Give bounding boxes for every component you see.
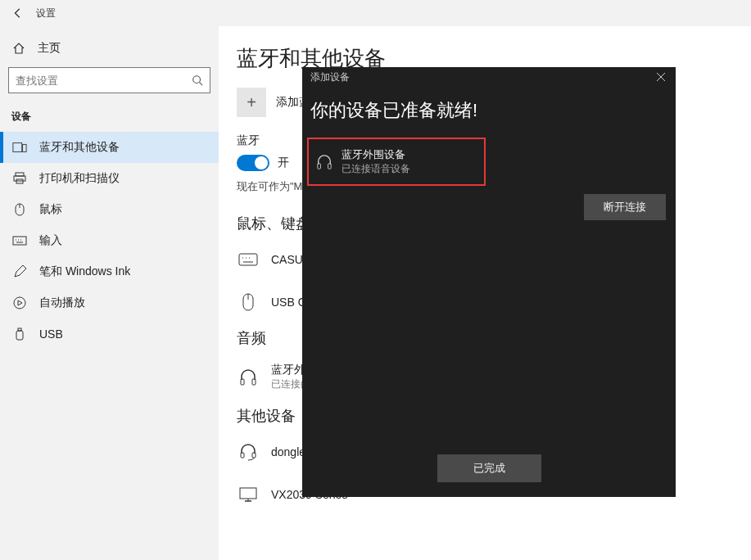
svg-line-1 bbox=[200, 83, 203, 86]
bluetooth-toggle[interactable] bbox=[237, 155, 269, 171]
sidebar-item-typing[interactable]: 输入 bbox=[0, 225, 219, 256]
toggle-state: 开 bbox=[278, 156, 289, 170]
search-icon[interactable] bbox=[189, 72, 206, 88]
svg-rect-4 bbox=[16, 173, 24, 176]
svg-rect-34 bbox=[328, 163, 332, 168]
titlebar: 设置 bbox=[0, 0, 751, 26]
paired-device-status: 已连接语音设备 bbox=[342, 162, 410, 176]
svg-rect-9 bbox=[13, 237, 26, 245]
keyboard-icon bbox=[11, 233, 28, 249]
mouse-icon bbox=[237, 291, 260, 314]
window-title: 设置 bbox=[36, 7, 56, 20]
home-icon bbox=[11, 41, 26, 56]
dialog-title: 你的设备已准备就绪! bbox=[302, 87, 676, 138]
svg-rect-24 bbox=[241, 379, 244, 385]
pen-icon bbox=[11, 264, 28, 280]
dialog-header-title: 添加设备 bbox=[310, 70, 350, 84]
paired-device-card[interactable]: 蓝牙外围设备 已连接语音设备 bbox=[307, 138, 486, 186]
add-device-dialog: 添加设备 你的设备已准备就绪! 蓝牙外围设备 已连接语音设备 断开连接 已完成 bbox=[302, 67, 676, 497]
close-button[interactable] bbox=[653, 69, 669, 85]
svg-rect-28 bbox=[240, 488, 256, 499]
keyboard-icon bbox=[237, 248, 260, 271]
devices-icon bbox=[11, 139, 28, 156]
device-name: dongle bbox=[271, 445, 305, 458]
sidebar-item-label: 鼠标 bbox=[39, 202, 62, 217]
sidebar-item-label: 打印机和扫描仪 bbox=[39, 171, 120, 186]
svg-point-0 bbox=[193, 76, 201, 84]
dialog-header: 添加设备 bbox=[302, 67, 676, 87]
usb-icon bbox=[11, 326, 28, 342]
home-label: 主页 bbox=[38, 41, 61, 56]
sidebar-item-label: USB bbox=[39, 327, 63, 341]
svg-rect-17 bbox=[239, 254, 257, 265]
headset-icon bbox=[237, 440, 260, 463]
sidebar-item-mouse[interactable]: 鼠标 bbox=[0, 194, 219, 225]
svg-rect-5 bbox=[14, 176, 25, 181]
sidebar: 主页 设备 蓝牙和其他设备 打印机和扫描仪 鼠标 输入 笔和 Windows I bbox=[0, 26, 219, 560]
svg-rect-2 bbox=[13, 143, 22, 152]
plus-icon: + bbox=[237, 88, 266, 117]
autoplay-icon bbox=[11, 295, 28, 311]
svg-point-14 bbox=[14, 297, 25, 309]
headphones-icon bbox=[237, 366, 260, 389]
mouse-icon bbox=[11, 201, 28, 218]
paired-device-name: 蓝牙外围设备 bbox=[342, 147, 410, 162]
done-button[interactable]: 已完成 bbox=[437, 454, 541, 482]
headphones-icon bbox=[315, 153, 333, 171]
svg-rect-3 bbox=[23, 144, 26, 151]
printer-icon bbox=[11, 170, 28, 187]
back-button[interactable] bbox=[7, 2, 29, 25]
svg-rect-33 bbox=[318, 163, 321, 168]
sidebar-item-label: 输入 bbox=[39, 233, 62, 248]
search-box bbox=[8, 67, 210, 93]
sidebar-item-autoplay[interactable]: 自动播放 bbox=[0, 287, 219, 318]
sidebar-item-bluetooth[interactable]: 蓝牙和其他设备 bbox=[0, 132, 219, 163]
sidebar-item-label: 自动播放 bbox=[39, 296, 85, 310]
category-label: 设备 bbox=[0, 105, 219, 132]
home-link[interactable]: 主页 bbox=[0, 34, 219, 62]
sidebar-item-pen[interactable]: 笔和 Windows Ink bbox=[0, 256, 219, 287]
svg-rect-16 bbox=[16, 331, 23, 340]
sidebar-item-usb[interactable]: USB bbox=[0, 318, 219, 350]
search-input[interactable] bbox=[8, 67, 210, 93]
sidebar-item-label: 笔和 Windows Ink bbox=[39, 264, 130, 279]
sidebar-item-printers[interactable]: 打印机和扫描仪 bbox=[0, 163, 219, 194]
sidebar-item-label: 蓝牙和其他设备 bbox=[39, 140, 120, 155]
monitor-icon bbox=[237, 483, 260, 506]
disconnect-button[interactable]: 断开连接 bbox=[584, 194, 666, 220]
svg-rect-25 bbox=[252, 379, 256, 385]
